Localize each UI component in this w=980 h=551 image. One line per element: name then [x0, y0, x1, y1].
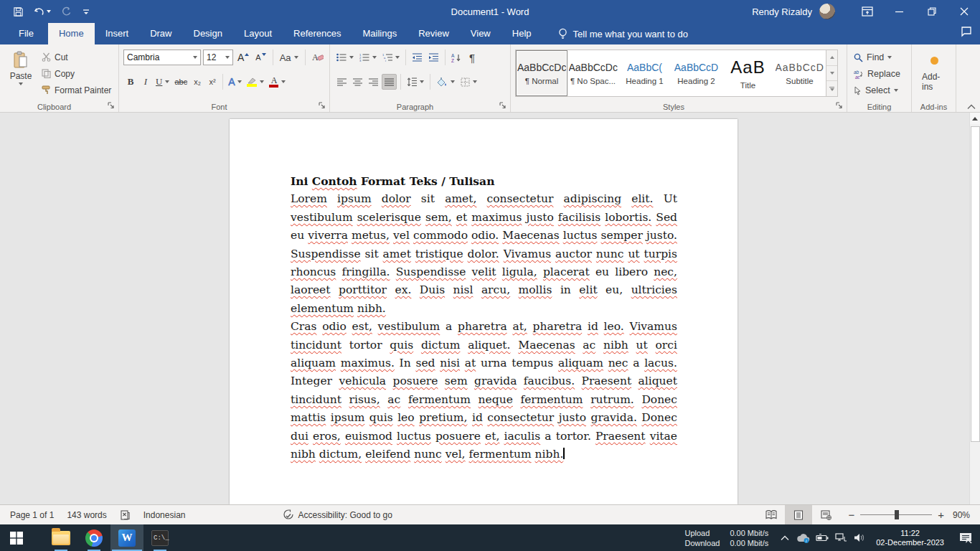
print-layout-button[interactable] — [785, 505, 812, 525]
tab-design[interactable]: Design — [183, 23, 233, 44]
start-button[interactable] — [0, 524, 33, 551]
shading-dropdown-icon[interactable] — [451, 80, 455, 83]
scrollbar-thumb[interactable] — [971, 126, 980, 442]
paste-button[interactable]: Paste — [4, 48, 37, 100]
network-speed-widget[interactable]: Upload 0.00 Mbit/s Download 0.00 Mbit/s — [684, 528, 776, 548]
tab-mailings[interactable]: Mailings — [352, 23, 408, 44]
style--normal[interactable]: AaBbCcDc¶ Normal — [516, 50, 567, 96]
text-effects-dropdown-icon[interactable] — [237, 80, 242, 83]
multilevel-list-button[interactable]: 1ai — [380, 50, 402, 65]
user-avatar[interactable] — [819, 4, 835, 19]
align-center-button[interactable] — [350, 74, 364, 90]
account-name[interactable]: Rendy Rizaldy — [752, 6, 812, 17]
tell-me-box[interactable]: Tell me what you want to do — [558, 23, 688, 44]
numbering-dropdown-icon[interactable] — [372, 56, 377, 59]
addins-button[interactable]: Add-ins — [916, 48, 953, 100]
line-spacing-button[interactable] — [405, 74, 426, 90]
format-painter-button[interactable]: Format Painter — [40, 83, 116, 98]
terminal-taskbar-button[interactable]: C:\_ — [143, 524, 176, 551]
styles-scroll-up-icon[interactable] — [826, 50, 837, 66]
text-highlight-button[interactable] — [245, 74, 266, 90]
shading-button[interactable] — [434, 74, 457, 90]
minimize-button[interactable] — [883, 0, 915, 23]
tab-review[interactable]: Review — [407, 23, 460, 44]
zoom-slider-thumb[interactable] — [895, 510, 899, 519]
network-icon[interactable] — [831, 524, 850, 551]
style-heading-1[interactable]: AaBbC(Heading 1 — [619, 50, 671, 96]
onedrive-icon[interactable]: i — [794, 524, 813, 551]
find-button[interactable]: Find — [852, 50, 908, 65]
style-title[interactable]: AaBTitle — [722, 50, 774, 96]
sort-button[interactable]: AZ — [449, 50, 463, 65]
styles-scroll-down-icon[interactable] — [826, 66, 837, 82]
decrease-indent-button[interactable] — [410, 50, 425, 65]
file-explorer-taskbar-button[interactable] — [44, 524, 77, 551]
tab-draw[interactable]: Draw — [139, 23, 182, 44]
save-icon[interactable] — [13, 6, 24, 17]
collapse-ribbon-icon[interactable] — [967, 104, 976, 110]
change-case-button[interactable]: Aa — [278, 50, 301, 65]
tab-view[interactable]: View — [460, 23, 501, 44]
align-left-button[interactable] — [334, 74, 349, 90]
scrollbar-up-icon[interactable] — [970, 113, 980, 124]
chrome-taskbar-button[interactable] — [77, 524, 110, 551]
strikethrough-button[interactable]: abc — [172, 74, 189, 90]
grow-font-button[interactable]: A — [235, 50, 251, 65]
show-hide-marks-button[interactable]: ¶ — [465, 50, 479, 65]
language-indicator[interactable]: Indonesian — [137, 505, 192, 525]
bullets-dropdown-icon[interactable] — [349, 56, 354, 59]
multilevel-dropdown-icon[interactable] — [395, 56, 400, 59]
text-effects-button[interactable]: A — [226, 74, 244, 90]
justify-button[interactable] — [382, 74, 397, 90]
customize-qat-button[interactable] — [82, 7, 90, 16]
tab-home[interactable]: Home — [48, 23, 95, 44]
battery-icon[interactable] — [813, 524, 831, 551]
font-dialog-launcher-icon[interactable] — [319, 102, 326, 110]
styles-dialog-launcher-icon[interactable] — [836, 102, 844, 110]
tab-references[interactable]: References — [283, 23, 352, 44]
font-size-combo[interactable]: 12 — [203, 50, 233, 65]
hidden-icons-chevron-icon[interactable] — [776, 524, 794, 551]
select-button[interactable]: Select — [852, 83, 908, 98]
paste-dropdown-icon[interactable] — [19, 83, 23, 85]
highlight-dropdown-icon[interactable] — [260, 80, 264, 83]
proofing-status-icon[interactable] — [113, 505, 137, 525]
document-heading[interactable]: Ini Contoh Format Teks / Tulisan — [291, 172, 677, 190]
shrink-font-button[interactable]: A — [253, 50, 268, 65]
tab-help[interactable]: Help — [501, 23, 542, 44]
bullets-button[interactable] — [334, 50, 356, 65]
comments-icon[interactable] — [960, 26, 973, 37]
ribbon-display-options-button[interactable] — [851, 0, 883, 23]
replace-button[interactable]: abac Replace — [852, 66, 908, 82]
action-center-icon[interactable] — [951, 524, 980, 551]
word-count[interactable]: 143 words — [60, 505, 113, 525]
superscript-button[interactable]: x² — [205, 74, 220, 90]
zoom-slider[interactable] — [860, 514, 932, 515]
borders-button[interactable] — [458, 74, 479, 90]
increase-indent-button[interactable] — [426, 50, 441, 65]
undo-button[interactable] — [34, 6, 51, 17]
align-right-button[interactable] — [366, 74, 380, 90]
close-button[interactable] — [948, 0, 980, 23]
document-page[interactable]: Ini Contoh Format Teks / Tulisan Lorem i… — [230, 119, 738, 504]
font-color-dropdown-icon[interactable] — [281, 80, 286, 83]
line-spacing-dropdown-icon[interactable] — [420, 80, 424, 83]
borders-dropdown-icon[interactable] — [473, 80, 477, 83]
italic-button[interactable]: I — [138, 74, 153, 90]
find-dropdown-icon[interactable] — [887, 56, 892, 59]
numbering-button[interactable]: 123 — [357, 50, 379, 65]
zoom-in-button[interactable]: + — [938, 509, 944, 521]
volume-icon[interactable] — [850, 524, 869, 551]
restore-button[interactable] — [915, 0, 948, 23]
web-layout-button[interactable] — [812, 505, 839, 525]
underline-dropdown-icon[interactable] — [165, 80, 169, 83]
read-mode-button[interactable] — [758, 505, 785, 525]
vertical-scrollbar[interactable] — [969, 113, 980, 504]
clear-formatting-button[interactable]: A — [310, 50, 326, 65]
tab-layout[interactable]: Layout — [233, 23, 283, 44]
select-dropdown-icon[interactable] — [894, 89, 898, 92]
undo-dropdown-icon[interactable] — [47, 10, 51, 13]
style-heading-2[interactable]: AaBbCcDHeading 2 — [671, 50, 722, 96]
zoom-out-button[interactable]: − — [848, 509, 854, 521]
styles-more-icon[interactable] — [826, 81, 837, 96]
